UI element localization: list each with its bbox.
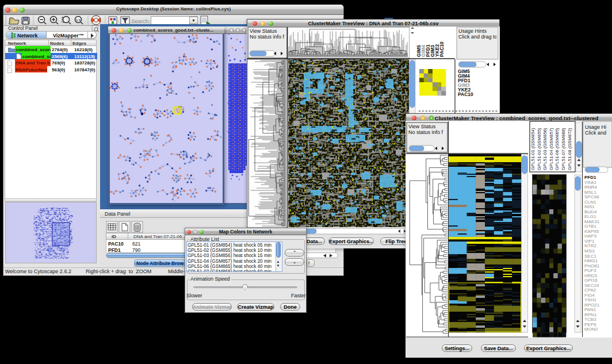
svg-text:GPL51-07 (GSM868): GPL51-07 (GSM868) [561, 128, 566, 170]
svg-text:GPL51-08 (GSM872): GPL51-08 (GSM872) [567, 128, 572, 170]
svg-text:GPL51-06 (GSM865): GPL51-06 (GSM865) [554, 128, 560, 170]
svg-text:Click and: Click and [585, 130, 606, 136]
svg-text:GPL51-01 (GSM854): GPL51-01 (GSM854) [530, 128, 536, 170]
svg-text:Usage Hi: Usage Hi [585, 124, 606, 130]
svg-text:View Status: View Status [408, 124, 436, 129]
svg-text:GPL51-03 (GSM856): GPL51-03 (GSM856) [542, 128, 548, 170]
svg-text:MON2: MON2 [584, 327, 598, 332]
svg-text:Click and drag tc: Click and drag tc [458, 34, 498, 40]
svg-text:GPL51-02 (GSM855): GPL51-02 (GSM855) [537, 128, 542, 170]
svg-text:PAC10: PAC10 [458, 91, 473, 97]
svg-text:No status info f: No status info f [250, 34, 285, 40]
svg-text:View Status: View Status [250, 28, 277, 34]
svg-text:GPL51-04 (GSM857): GPL51-04 (GSM857) [549, 128, 554, 170]
svg-text:No status info f: No status info f [408, 129, 443, 135]
svg-text:PAC10: PAC10 [439, 41, 445, 57]
svg-text:Usage Hints: Usage Hints [458, 28, 487, 34]
